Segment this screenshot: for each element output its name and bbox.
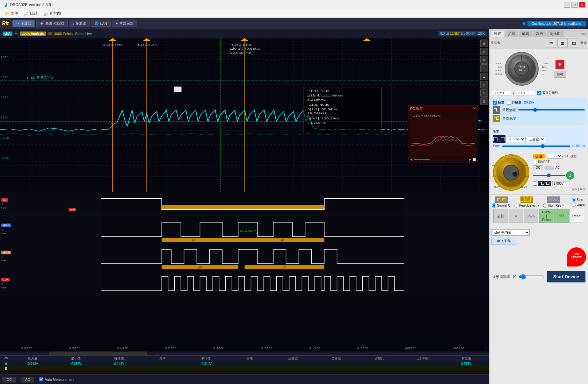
auto-meas-checkbox[interactable] xyxy=(39,377,43,381)
tab-settings[interactable]: 设置 xyxy=(491,31,504,37)
oscilloscope-button[interactable]: 〜 示波器 xyxy=(12,20,35,27)
ext-trigger-checkbox[interactable] xyxy=(507,101,511,105)
sine-radio[interactable] xyxy=(572,198,576,202)
maximize-button[interactable]: □ xyxy=(571,2,578,8)
time-offset-input[interactable] xyxy=(516,90,535,96)
close-button[interactable]: ✕ xyxy=(579,2,585,8)
eye-button[interactable]: 👁 xyxy=(546,39,556,47)
time-compare-select[interactable]: < Time xyxy=(507,137,526,142)
freq-div-checkbox[interactable] xyxy=(537,91,541,95)
svg-rect-36 xyxy=(174,87,182,92)
dc-button[interactable]: DC xyxy=(3,377,16,382)
fit-button[interactable]: ⊞ xyxy=(480,56,488,64)
acq-hires: High-Res ○ xyxy=(543,196,564,208)
svg-rect-41 xyxy=(162,238,324,242)
new-update-badge[interactable]: NEWUPDATE ▲ xyxy=(567,247,586,267)
tab-compare[interactable]: 对比图 xyxy=(547,31,564,37)
reset-button[interactable]: Reset xyxy=(570,209,584,223)
invert-checkbox[interactable] xyxy=(533,160,537,164)
peak-radio[interactable] xyxy=(514,203,519,208)
zoom-in-button[interactable]: ⊕ xyxy=(480,39,488,47)
pattern1-button[interactable]: ▦ xyxy=(557,39,568,47)
zoom-out-button[interactable]: ⊖ xyxy=(480,48,488,55)
advanced-rs232-button[interactable]: ⚡ 高级 RS232 xyxy=(36,20,68,27)
pwm-pulse-button[interactable]: PWM | Pulse xyxy=(539,209,554,223)
linear-radio[interactable] xyxy=(572,203,576,207)
trigger-level-slider[interactable] xyxy=(518,109,585,110)
chb-dc-btn[interactable]: DC xyxy=(533,165,543,170)
svg-text:ΔT[a-b]:121.680us: ΔT[a-b]:121.680us xyxy=(307,94,344,97)
miso-badge: MISO xyxy=(1,224,11,227)
wave-rate-slider[interactable] xyxy=(519,274,544,279)
multichannel-button[interactable]: ≡ 多通道 xyxy=(69,20,90,27)
chb-volt-slider[interactable] xyxy=(533,175,565,176)
waveform-display[interactable]: T A -1239.78us -1212.81us -1091.13us ΔT[… xyxy=(0,38,489,192)
hires-radio[interactable] xyxy=(543,203,547,208)
chb-knob-svg[interactable]: 0.5V ch-B 1V 0.4V 0.2V 50mV 20mV xyxy=(492,153,530,192)
scroll-thumb[interactable] xyxy=(49,352,147,355)
time-tick-7: -1142.50 xyxy=(290,347,338,350)
tab-extend[interactable]: 扩展 xyxy=(505,31,518,37)
pc-cache-popup[interactable]: PC 缓存 ✕ T: 1.630 V 16:46:54.941 ◀ xyxy=(408,105,478,163)
spectrum-icon xyxy=(527,213,535,218)
invert-label[interactable]: INVERT xyxy=(533,160,585,164)
pattern2-button[interactable]: ▤ xyxy=(569,39,579,47)
lan-button[interactable]: 🌐 LAN xyxy=(91,20,110,27)
sine-radio-label[interactable]: Sine xyxy=(572,198,585,202)
trigger-checkbox-label[interactable]: 触发 xyxy=(493,100,504,105)
menu-stats[interactable]: 📈 统计 xyxy=(21,10,40,17)
ch-measure-select[interactable]: chA 平均值 xyxy=(491,229,530,236)
pulse-type-select[interactable]: 正脉宽 xyxy=(527,137,545,142)
volt-value-input[interactable] xyxy=(552,181,570,186)
logic-channels-area: CS 3 Hex Start xyxy=(0,192,489,345)
wave-tool-7[interactable]: ∿ xyxy=(480,89,488,97)
normal-radio[interactable] xyxy=(492,203,496,208)
freq-div-label[interactable]: 番直分频线 xyxy=(537,91,558,95)
cs-badge: CS xyxy=(1,198,8,202)
chb-multiplier: 1X xyxy=(564,154,568,158)
peak-radio-label[interactable]: Peak:Detect ● xyxy=(514,203,539,208)
gear-fn-button[interactable]: ⚙ xyxy=(509,209,523,223)
wave-tool-8[interactable]: ⊠ xyxy=(480,97,488,105)
measure-button[interactable]: ⊿ xyxy=(480,73,488,80)
linear-radio-label[interactable]: Linear xyxy=(572,203,585,207)
cursor-button[interactable]: ↕ xyxy=(480,64,488,72)
start-device-button[interactable]: Start Device xyxy=(547,271,585,282)
file-icon: 📁 xyxy=(4,11,9,16)
time-axis: -1292.50 -1267.50 -1242.50 -1217.50 -119… xyxy=(0,345,489,352)
svg-text:-1091.13us: -1091.13us xyxy=(307,89,329,93)
volt-label-3: 3.572 xyxy=(1,96,8,99)
acq-modes-row: Normal O Peak:Detect ● xyxy=(492,196,585,208)
menu-histogram[interactable]: 📊 直方图 xyxy=(41,10,63,17)
pulse-time-slider[interactable] xyxy=(502,146,570,147)
volt-label-4: 1.572 xyxy=(1,116,8,119)
time-knob-svg[interactable]: Time 20ns xyxy=(504,51,539,86)
popup-checkbox[interactable] xyxy=(473,158,476,161)
normal-radio-label[interactable]: Normal O xyxy=(492,203,511,208)
grid-button[interactable]: ⊞ xyxy=(480,81,488,89)
h-scrollbar[interactable] xyxy=(0,352,489,355)
hires-radio-label[interactable]: High-Res ○ xyxy=(543,203,564,208)
ac-button[interactable]: AC xyxy=(21,377,34,382)
time-base-input[interactable] xyxy=(492,90,511,96)
fir-button[interactable]: fIR xyxy=(554,209,569,223)
tab-decode[interactable]: 解码 xyxy=(519,31,532,37)
single-acq-button[interactable]: 单次采集 xyxy=(491,237,516,245)
trigger-checkbox[interactable] xyxy=(493,101,497,105)
single-acq-toolbar-button[interactable]: ✦ 单次采集 xyxy=(112,20,137,27)
ext-trigger-label[interactable]: 外触发 xyxy=(507,100,521,105)
histogram-fn-button[interactable] xyxy=(493,209,508,223)
f-button[interactable]: F xyxy=(555,60,564,69)
minimize-button[interactable]: ─ xyxy=(564,2,570,8)
chb-refresh-button[interactable]: ↺ xyxy=(566,171,574,180)
peak-acq-icon xyxy=(520,196,533,203)
chb-active-checkbox[interactable] xyxy=(533,181,537,186)
auto-button[interactable]: 自动 xyxy=(554,71,566,78)
popup-close-button[interactable]: ✕ xyxy=(473,106,476,111)
volt-value-row: ↺ xyxy=(533,171,585,180)
miso-label: MISO 2 Hex xyxy=(0,216,16,243)
spectrum-fn-button[interactable] xyxy=(524,209,539,223)
menu-file[interactable]: 📁 文件 xyxy=(2,10,21,17)
chb-select[interactable] xyxy=(547,154,563,159)
tab-advanced[interactable]: 高级 xyxy=(533,31,546,37)
